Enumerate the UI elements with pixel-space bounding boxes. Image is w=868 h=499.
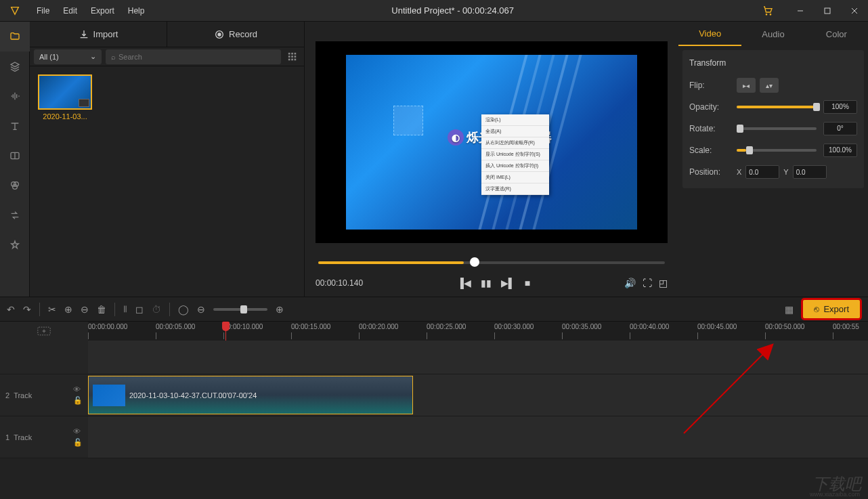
cart-icon[interactable] [754,0,781,22]
tab-audio[interactable]: Audio [741,22,804,46]
scale-label: Scale: [689,146,737,155]
track-number: 1 [5,433,9,441]
sidebar-effects[interactable] [0,171,30,200]
split-button[interactable]: ⦀ [123,303,127,315]
lock-icon[interactable]: 🔓 [73,396,83,405]
timeline-ruler[interactable]: 00:00:00.000 00:00:05.000 00:00:10.000 0… [88,322,868,341]
zoom-in-button[interactable]: ⊕ [276,304,284,315]
sidebar-transitions[interactable] [0,200,30,230]
tab-color[interactable]: Color [805,22,868,46]
svg-rect-21 [295,58,297,60]
preview-viewport[interactable]: ◐ 烁光视频转换器 渲染(L) 全选(A) 从右到左的阅读顺序(R) 显示 Un… [316,41,668,243]
flip-label: Flip: [689,81,737,90]
undo-button[interactable]: ↶ [7,304,15,315]
pause-button[interactable]: ▮▮ [481,278,492,288]
svg-rect-13 [288,52,290,54]
opacity-value[interactable]: 100% [823,100,857,114]
transform-header: Transform [689,56,857,74]
prev-frame-button[interactable]: ▐◀ [457,278,471,288]
svg-point-10 [13,185,18,190]
position-x-input[interactable] [745,165,779,179]
rotate-slider[interactable] [737,127,817,130]
position-label: Position: [689,167,737,177]
playhead[interactable] [225,322,226,341]
svg-rect-18 [295,56,297,58]
media-thumbnail [38,74,92,110]
preview-context-menu: 渲染(L) 全选(A) 从右到左的阅读顺序(R) 显示 Unicode 控制字符… [481,114,549,195]
search-icon: ⌕ [111,53,116,61]
delete-button[interactable]: 🗑 [97,304,106,315]
scale-value[interactable]: 100.0% [823,144,857,157]
preview-scrubber[interactable] [305,256,678,269]
clip-thumbnail [93,385,125,406]
redo-button[interactable]: ↷ [23,304,31,315]
svg-rect-15 [295,52,297,54]
speed-button[interactable]: ⏱ [152,304,161,315]
media-item[interactable]: 2020-11-03... [38,74,92,121]
track-label: Track [14,433,32,441]
tab-video[interactable]: Video [678,22,741,46]
sidebar-media[interactable] [0,22,30,51]
track-2[interactable]: 2 Track 👁 🔓 2020-11-03-10-42-37.CUT.00'0… [0,374,868,416]
sidebar-layers[interactable] [0,51,30,81]
app-logo [0,0,30,22]
cut-button[interactable]: ✂ [48,304,56,315]
video-clip[interactable]: 2020-11-03-10-42-37.CUT.00'07-00'24 [88,376,413,414]
media-item-label: 2020-11-03... [38,112,92,121]
flip-horizontal-button[interactable]: ▸◂ [737,78,756,93]
maximize-button[interactable] [814,0,841,22]
close-button[interactable] [841,0,868,22]
svg-point-0 [766,14,766,14]
svg-rect-14 [291,52,293,54]
settings-button[interactable]: ▦ [785,304,794,315]
fullscreen-button[interactable]: ◰ [659,278,668,288]
opacity-label: Opacity: [689,102,737,112]
sidebar-split[interactable] [0,141,30,171]
opacity-slider[interactable] [737,106,817,108]
svg-point-12 [218,33,221,36]
flip-vertical-button[interactable]: ▴▾ [760,78,779,93]
preview-selected-icon [393,106,423,135]
next-frame-button[interactable]: ▶▌ [501,278,515,288]
grid-view-button[interactable] [285,49,300,64]
snapshot-button[interactable]: ⛶ [643,278,652,288]
crop-button[interactable]: ◻ [135,304,144,315]
marker-button[interactable]: ◯ [178,304,189,315]
volume-button[interactable]: 🔊 [624,278,636,288]
minimize-button[interactable] [787,0,814,22]
rotate-value[interactable]: 0° [823,122,857,135]
sidebar-more[interactable] [0,230,30,260]
record-button[interactable]: Record [167,22,304,47]
copy-button[interactable]: ⊕ [64,304,72,315]
track-1[interactable]: 1 Track 👁 🔓 [0,416,868,458]
visibility-icon[interactable]: 👁 [73,385,83,393]
svg-rect-17 [291,56,293,58]
app-icon: ◐ [448,129,464,146]
scale-slider[interactable] [737,149,817,152]
lock-icon[interactable]: 🔓 [73,438,83,447]
preview-timecode: 00:00:10.140 [316,278,363,288]
visibility-icon[interactable]: 👁 [73,427,83,435]
menu-help[interactable]: Help [121,0,152,22]
position-y-input[interactable] [793,165,827,179]
sidebar-audio[interactable] [0,81,30,111]
svg-rect-3 [825,8,830,14]
search-input[interactable] [118,53,276,61]
menu-edit[interactable]: Edit [56,0,84,22]
stop-button[interactable]: ■ [525,278,530,288]
export-label: Export [823,304,849,314]
scrubber-knob[interactable] [470,257,479,267]
zoom-out-button[interactable]: ⊖ [197,304,205,315]
menu-file[interactable]: File [30,0,56,22]
import-button[interactable]: Import [30,22,167,47]
window-title: Untitled Project* - 00:00:24.067 [151,5,754,16]
search-box[interactable]: ⌕ [106,49,281,64]
menu-export[interactable]: Export [84,0,121,22]
sidebar-text[interactable] [0,111,30,141]
add-track-button[interactable] [0,322,88,341]
export-button[interactable]: ⎋ Export [802,299,861,320]
paste-button[interactable]: ⊖ [81,304,89,315]
media-filter-dropdown[interactable]: All (1) ⌄ [34,49,102,64]
export-icon: ⎋ [814,304,819,314]
zoom-slider[interactable] [213,308,267,311]
